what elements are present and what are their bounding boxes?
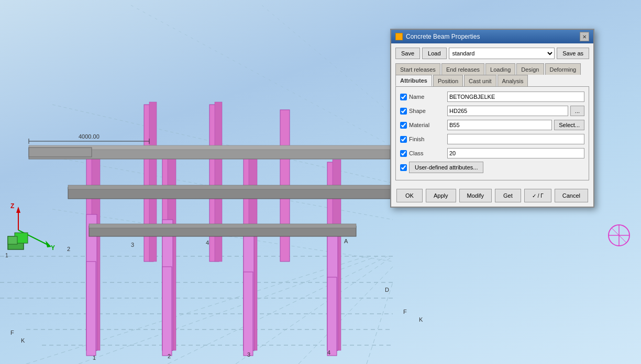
svg-text:1: 1	[5, 253, 8, 258]
svg-rect-34	[244, 272, 253, 356]
udf-checkbox[interactable]	[400, 164, 407, 171]
svg-line-10	[299, 267, 393, 364]
concrete-beam-properties-dialog: Concrete Beam Properties ✕ Save Load sta…	[390, 29, 594, 208]
load-button[interactable]: Load	[422, 48, 446, 59]
svg-rect-16	[149, 102, 157, 261]
get-button[interactable]: Get	[495, 189, 521, 202]
toolbar-row: Save Load standard Save as	[395, 48, 589, 59]
shape-checkbox[interactable]	[400, 108, 407, 115]
svg-text:K: K	[419, 316, 423, 323]
svg-rect-35	[327, 277, 337, 356]
svg-text:2: 2	[67, 246, 70, 252]
svg-text:3: 3	[131, 242, 134, 248]
svg-line-6	[26, 256, 367, 364]
class-checkbox[interactable]	[400, 150, 407, 157]
udf-button[interactable]: User-defined attributes...	[409, 162, 483, 173]
tab-design[interactable]: Design	[516, 63, 544, 75]
finish-checkbox[interactable]	[400, 136, 407, 143]
svg-rect-18	[215, 102, 222, 261]
svg-rect-32	[86, 261, 96, 356]
svg-line-76	[262, 5, 393, 115]
svg-line-12	[52, 105, 393, 183]
material-label: Material	[409, 122, 429, 128]
tabs-row-1: Start releases End releases Loading Desi…	[395, 63, 589, 75]
svg-rect-53	[8, 236, 17, 244]
bottom-buttons-row: OK Apply Modify Get ✓ / Γ Cancel	[395, 186, 589, 202]
ok-button[interactable]: OK	[396, 189, 423, 202]
material-input[interactable]	[447, 120, 552, 130]
svg-rect-41	[89, 224, 356, 228]
svg-line-11	[367, 282, 393, 364]
close-button[interactable]: ✕	[580, 32, 589, 41]
finish-input[interactable]	[447, 134, 584, 144]
finish-row: Finish	[400, 133, 584, 145]
dialog-titlebar: Concrete Beam Properties ✕	[391, 30, 593, 43]
name-input[interactable]	[447, 92, 584, 102]
shape-label: Shape	[409, 108, 426, 114]
svg-rect-42	[29, 147, 92, 157]
svg-text:3: 3	[247, 351, 250, 358]
tab-start-releases[interactable]: Start releases	[395, 63, 440, 75]
material-row: Material Select...	[400, 119, 584, 131]
svg-text:F: F	[403, 309, 407, 315]
shape-input[interactable]	[447, 106, 568, 116]
modify-button[interactable]: Modify	[459, 189, 492, 202]
profile-select[interactable]: standard	[449, 48, 555, 59]
name-checkbox[interactable]	[400, 94, 407, 100]
svg-rect-33	[162, 267, 172, 356]
svg-text:2: 2	[168, 353, 171, 359]
save-as-button[interactable]: Save as	[557, 48, 589, 59]
dialog-icon	[395, 33, 403, 40]
apply-button[interactable]: Apply	[426, 189, 456, 202]
tab-loading[interactable]: Loading	[485, 63, 515, 75]
tab-analysis[interactable]: Analysis	[498, 75, 528, 86]
svg-text:4: 4	[206, 240, 209, 246]
svg-text:Z: Z	[10, 202, 14, 210]
name-label: Name	[409, 94, 424, 100]
class-row: Class	[400, 147, 584, 159]
svg-line-75	[131, 5, 393, 146]
tab-end-releases[interactable]: End releases	[441, 63, 484, 75]
finish-label: Finish	[409, 136, 424, 142]
material-select-button[interactable]: Select...	[554, 120, 584, 130]
svg-marker-47	[16, 207, 20, 213]
cancel-button[interactable]: Cancel	[555, 189, 588, 202]
class-input[interactable]	[447, 148, 584, 158]
svg-text:Y: Y	[51, 244, 55, 252]
name-row: Name	[400, 91, 584, 103]
dialog-content: Save Load standard Save as Start release…	[391, 43, 593, 207]
tabs-row-2: Attributes Position Cast unit Analysis	[395, 75, 589, 86]
svg-rect-39	[68, 185, 393, 189]
tab-deforming[interactable]: Deforming	[545, 63, 581, 75]
toggle-button[interactable]: ✓ / Γ	[524, 189, 551, 202]
tab-attributes[interactable]: Attributes	[395, 75, 432, 86]
class-label: Class	[409, 150, 424, 156]
svg-text:D: D	[385, 287, 389, 293]
tab-cast-unit[interactable]: Cast unit	[464, 75, 496, 86]
svg-text:4: 4	[327, 349, 330, 356]
shape-browse-button[interactable]: ...	[570, 106, 584, 116]
save-button[interactable]: Save	[395, 48, 420, 59]
tab-position[interactable]: Position	[433, 75, 463, 86]
svg-text:A: A	[344, 238, 348, 244]
svg-text:F: F	[10, 329, 14, 336]
svg-text:K: K	[21, 337, 25, 344]
svg-text:1: 1	[93, 355, 96, 361]
dialog-title: Concrete Beam Properties	[406, 33, 480, 40]
svg-line-8	[168, 256, 388, 364]
udf-row: User-defined attributes...	[400, 162, 584, 173]
tab-content-attributes: Name Shape ... Material Se	[395, 86, 589, 180]
material-checkbox[interactable]	[400, 122, 407, 129]
shape-row: Shape ...	[400, 105, 584, 117]
svg-text:4000.00: 4000.00	[79, 133, 100, 140]
